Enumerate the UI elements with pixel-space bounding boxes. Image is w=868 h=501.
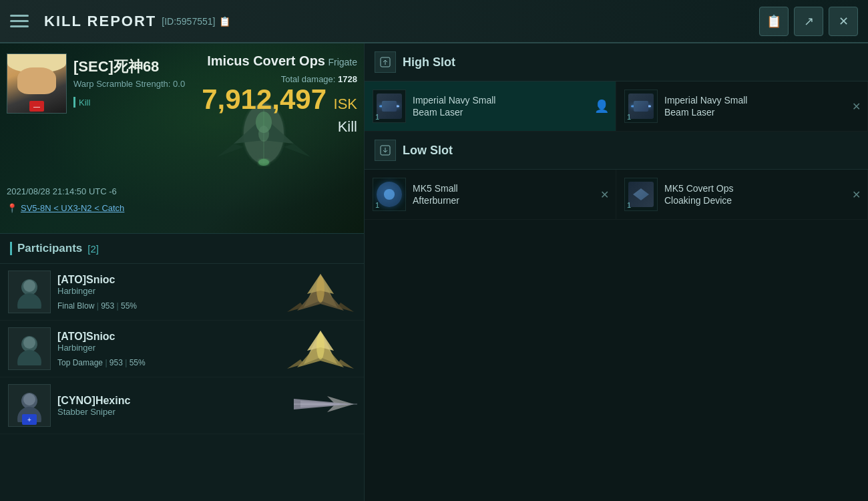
beam-laser-icon-1 [377,94,402,119]
high-slot-title: High Slot [403,55,455,69]
export-icon: ↗ [804,14,814,29]
kill-badge-text: Kill [79,98,90,108]
participant-item-2: [ATO]Snioc Harbinger Top Damage | 953 | … [0,321,364,377]
pilot-red-badge: — [29,101,44,112]
copy-button[interactable]: 📋 [759,7,789,36]
kill-badge: Kill [73,97,185,108]
participant-avatar-1 [8,271,51,313]
slot-item-num-3: 1 [375,201,379,209]
high-slot-header: High Slot [365,43,868,81]
menu-icon[interactable] [10,9,34,33]
slot-item-num-4: 1 [627,201,631,209]
participants-count: [2] [87,243,99,255]
isk-value: 7,912,497 [202,84,327,115]
left-panel: — [SEC]死神68 Warp Scramble Strength: 0.0 … [0,43,364,501]
header-actions: 📋 ↗ ✕ [759,7,858,36]
participant-name-3: [CYNO]Hexinc [57,395,130,407]
high-slot-section: High Slot 1 Imperial Navy SmallBeam Lase… [365,43,868,132]
harbinger-ship-img-2 [284,327,357,370]
avatar-face [17,67,56,94]
close-icon: ✕ [839,14,849,29]
ship-name-line: Imicus Covert Ops Frigate [202,53,357,69]
header-title: KILL REPORT [44,13,156,30]
high-slot-item-1[interactable]: 1 Imperial Navy SmallBeam Laser 👤 [365,81,616,132]
ship-name: Imicus Covert Ops [207,53,325,68]
kill-banner: — [SEC]死神68 Warp Scramble Strength: 0.0 … [0,43,364,234]
svg-point-17 [316,276,324,303]
person-icon-1: 👤 [594,99,609,114]
svg-point-10 [17,293,41,309]
harbinger-ship-img-1 [284,271,357,313]
low-slot-header: Low Slot [365,132,868,170]
right-info: Imicus Covert Ops Frigate Total damage: … [202,53,357,136]
slot-item-num-1: 1 [375,113,379,121]
stabber-ship-img [287,384,361,427]
participants-section: Participants [2] [ATO]Snioc Ha [0,234,364,501]
close-icon-2[interactable]: ✕ [600,188,609,201]
svg-marker-25 [337,359,354,369]
beam-laser-icon-2 [628,94,654,119]
close-icon-1[interactable]: ✕ [852,100,861,113]
participant-badge-1: Final Blow | 953 | 55% [57,301,137,311]
participant-name-1: [ATO]Snioc [57,274,137,286]
slot-item-name-2: Imperial Navy SmallBeam Laser [664,94,747,118]
participant-avatar-3: + [8,384,51,427]
pilot-blue-badge: + [22,414,37,425]
svg-marker-3 [217,144,244,157]
pilot-avatar: — [7,53,67,114]
low-slot-title: Low Slot [403,144,453,158]
close-button[interactable]: ✕ [829,7,858,36]
pilot-name: [SEC]死神68 [73,57,185,77]
slot-item-name-3: MK5 SmallAfterburner [413,182,459,206]
slot-item-name-4: MK5 Covert OpsCloaking Device [664,182,733,206]
damage-label: Total damage: 1728 [202,74,357,84]
high-slot-item-2[interactable]: 1 Imperial Navy SmallBeam Laser ✕ [616,81,868,132]
ship-type: Frigate [328,57,357,67]
high-slot-item-icon-2: 1 [624,90,658,123]
participant-ship-2: Harbinger [57,343,146,353]
location-pin-icon: 📍 [7,203,17,213]
low-slot-item-icon-1: 1 [373,178,406,211]
header-copy-icon[interactable]: 📋 [219,16,230,27]
low-slot-items: 1 MK5 SmallAfterburner ✕ 1 MK5 Covert Op… [365,170,868,220]
svg-point-26 [316,333,324,359]
participant-item-3: + [CYNO]Hexinc Stabber Sniper [0,377,364,434]
pilot-info: [SEC]死神68 Warp Scramble Strength: 0.0 Ki… [73,53,185,108]
svg-marker-4 [284,144,310,157]
participants-bar [10,242,12,255]
svg-marker-16 [337,303,354,312]
high-slot-item-icon-1: 1 [373,90,406,123]
pilot-warp: Warp Scramble Strength: 0.0 [73,79,185,89]
low-slot-section: Low Slot 1 MK5 SmallAfterburner ✕ 1 [365,132,868,220]
participant-info-1: [ATO]Snioc Harbinger Final Blow | 953 | … [57,274,137,311]
kill-location: 📍 SV5-8N < UX3-N2 < Catch [7,203,124,213]
close-icon-3[interactable]: ✕ [852,188,861,201]
participants-header: Participants [2] [0,234,364,264]
low-slot-item-2[interactable]: 1 MK5 Covert OpsCloaking Device ✕ [616,170,868,220]
location-link[interactable]: SV5-8N < UX3-N2 < Catch [21,203,124,213]
svg-point-29 [23,393,35,405]
cloaking-icon [628,182,654,207]
participant-avatar-bg-1 [9,271,50,313]
main-content: — [SEC]死神68 Warp Scramble Strength: 0.0 … [0,43,868,501]
slot-item-name-1: Imperial Navy SmallBeam Laser [413,94,495,118]
isk-row: 7,912,497 ISK [202,84,357,115]
low-slot-item-1[interactable]: 1 MK5 SmallAfterburner ✕ [365,170,616,220]
participant-ship-3: Stabber Sniper [57,407,130,417]
svg-marker-15 [287,303,304,312]
participant-badge-2: Top Damage | 953 | 55% [57,358,146,367]
damage-value: 1728 [338,74,357,84]
copy-icon: 📋 [767,14,781,29]
participant-ship-1: Harbinger [57,286,137,296]
participant-avatar-2 [8,327,51,370]
pilot-section: — [SEC]死神68 Warp Scramble Strength: 0.0 … [7,53,185,114]
svg-point-19 [17,350,41,365]
low-slot-icon [375,140,396,161]
high-slot-items: 1 Imperial Navy SmallBeam Laser 👤 1 Impe… [365,81,868,132]
participant-name-2: [ATO]Snioc [57,331,146,343]
export-button[interactable]: ↗ [794,7,823,36]
afterburner-icon [377,182,402,207]
kill-date: 2021/08/28 21:14:50 UTC -6 [7,186,117,196]
high-slot-icon [375,51,396,73]
isk-label: ISK [334,96,357,112]
